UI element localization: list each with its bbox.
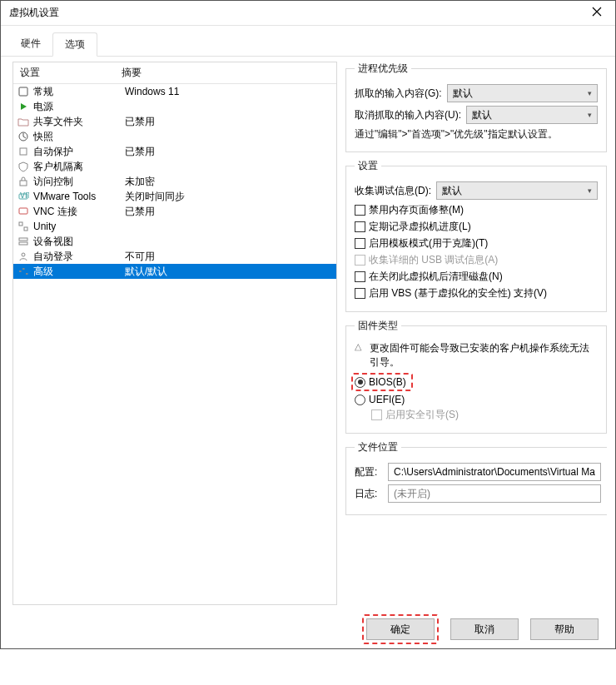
list-item-name: 快照 [33,130,125,144]
chevron-down-icon: ▾ [588,111,592,119]
bios-highlight: BIOS(B) [351,373,413,391]
isolation-icon [17,160,30,173]
debug-label: 收集调试信息(D): [355,184,431,198]
svg-point-11 [22,253,25,256]
list-item[interactable]: VNC 连接已禁用 [13,204,336,219]
log-path-input: (未开启) [388,484,601,503]
list-item-name: Unity [33,221,125,232]
list-item-summary: 关闭时间同步 [125,190,333,204]
checkbox-clean[interactable] [355,271,365,282]
right-panel: 进程优先级 抓取的输入内容(G): 默认 ▾ 取消抓取的输入内容(U): 默认 … [345,62,607,605]
svg-rect-0 [19,87,27,96]
list-item[interactable]: 设备视图 [13,234,336,249]
list-item[interactable]: 常规Windows 11 [13,84,336,99]
list-item-summary: 未加密 [125,175,333,189]
snapshot-icon [17,130,30,143]
list-item-name: 访问控制 [33,175,125,189]
tab-hardware[interactable]: 硬件 [9,32,52,56]
list-item[interactable]: 电源 [13,99,336,114]
svg-text:vm: vm [20,191,29,201]
checkbox-vbs[interactable] [355,288,365,299]
list-item-summary: 已禁用 [125,145,333,159]
list-item-name: 客户机隔离 [33,160,125,174]
ck-mem-label: 禁用内存页面修整(M) [369,203,464,217]
secure-label: 启用安全引导(S) [385,408,459,422]
general-icon [17,85,30,98]
legend-file-location: 文件位置 [355,440,401,454]
col-summary-header: 摘要 [122,66,336,80]
list-item-summary: Windows 11 [125,86,333,97]
checkbox-usb [355,255,365,266]
list-body: 常规Windows 11电源共享文件夹已禁用快照自动保护已禁用客户机隔离访问控制… [13,84,336,604]
close-icon [592,7,602,19]
list-item[interactable]: Unity [13,219,336,234]
priority-hint: 通过"编辑">"首选项">"优先级"指定默认设置。 [355,127,598,141]
list-item[interactable]: 自动登录不可用 [13,249,336,264]
checkbox-mem[interactable] [355,205,365,216]
list-item[interactable]: 客户机隔离 [13,159,336,174]
legend-settings: 设置 [355,159,381,173]
chevron-down-icon: ▾ [588,186,592,195]
svg-rect-6 [19,208,27,214]
vmtools-icon: vm [17,190,30,203]
ck-usb-label: 收集详细的 USB 调试信息(A) [369,253,498,267]
list-item[interactable]: 快照 [13,129,336,144]
chevron-down-icon: ▾ [588,89,592,97]
legend-firmware: 固件类型 [355,319,401,333]
uefi-label: UEFI(E) [369,394,405,405]
ck-log-label: 定期记录虚拟机进度(L) [369,220,471,234]
list-item-name: 电源 [33,100,125,114]
radio-uefi[interactable] [355,395,365,405]
checkbox-tpl[interactable] [355,238,365,249]
autologin-icon [17,250,30,263]
folder-icon [17,115,30,128]
close-button[interactable] [579,1,615,26]
vm-settings-dialog: 虚拟机设置 硬件 选项 设置 摘要 常规Windows 11电源共享文件夹已禁用… [0,0,616,649]
list-item-summary: 不可用 [125,250,333,264]
warning-icon: △ [355,341,361,352]
list-item-name: 自动登录 [33,250,125,264]
config-label: 配置: [355,465,383,479]
help-button[interactable]: 帮助 [530,618,599,640]
settings-list: 设置 摘要 常规Windows 11电源共享文件夹已禁用快照自动保护已禁用客户机… [12,62,337,605]
advanced-icon [17,265,30,278]
ungrab-label: 取消抓取的输入内容(U): [355,108,461,122]
list-item[interactable]: 自动保护已禁用 [13,144,336,159]
tabs: 硬件 选项 [1,26,615,57]
debug-select[interactable]: 默认 ▾ [436,181,598,200]
list-item[interactable]: vmVMware Tools关闭时间同步 [13,189,336,204]
tab-options[interactable]: 选项 [52,32,97,57]
list-item-summary: 默认/默认 [125,265,333,279]
svg-rect-3 [20,181,27,186]
radio-bios[interactable] [355,377,365,388]
list-item[interactable]: 共享文件夹已禁用 [13,114,336,129]
svg-rect-2 [20,148,27,155]
devview-icon [17,235,30,248]
svg-point-14 [26,273,27,275]
col-device-header: 设置 [13,66,122,80]
list-item[interactable]: 访问控制未加密 [13,174,336,189]
bios-label: BIOS(B) [369,376,406,388]
ungrab-select[interactable]: 默认 ▾ [466,106,598,124]
list-item-summary: 已禁用 [125,205,333,219]
titlebar: 虚拟机设置 [1,1,615,26]
svg-rect-9 [19,238,27,241]
content-area: 设置 摘要 常规Windows 11电源共享文件夹已禁用快照自动保护已禁用客户机… [1,57,615,610]
list-item[interactable]: 高级默认/默认 [13,264,336,279]
list-item-summary: 已禁用 [125,115,333,129]
grab-select[interactable]: 默认 ▾ [447,84,598,102]
cancel-button[interactable]: 取消 [450,618,519,640]
dialog-buttons: 确定 取消 帮助 [1,610,615,648]
ok-button[interactable]: 确定 [366,618,435,640]
access-icon [17,175,30,188]
grab-value: 默认 [453,87,473,101]
ok-highlight: 确定 [362,614,439,644]
log-label: 日志: [355,487,383,501]
legend-priority: 进程优先级 [355,62,411,76]
svg-rect-7 [19,222,22,226]
checkbox-log[interactable] [355,221,365,232]
ck-clean-label: 在关闭此虚拟机后清理磁盘(N) [369,270,503,284]
config-path-input[interactable]: C:\Users\Administrator\Documents\Virtual… [388,463,601,481]
ungrab-value: 默认 [472,108,492,122]
svg-rect-10 [19,242,27,245]
